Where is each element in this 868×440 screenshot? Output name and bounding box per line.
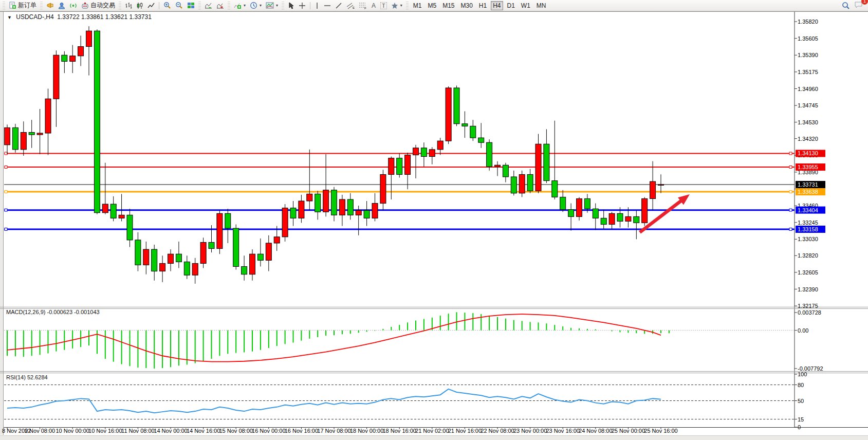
line-handle[interactable] <box>5 209 7 211</box>
line-chart-button[interactable] <box>145 1 157 10</box>
candle <box>577 198 582 216</box>
cursor-icon <box>288 2 294 9</box>
fibonacci-tool-button[interactable]: F <box>357 1 369 10</box>
gold-megaphone-icon <box>46 2 54 9</box>
level-price-label: 1.33158 <box>798 226 818 232</box>
indicators-button[interactable]: ▾ <box>232 1 248 10</box>
ohlc-bars-icon <box>125 2 132 9</box>
candle <box>78 47 84 56</box>
candlestick-chart-button[interactable] <box>134 1 145 10</box>
candle <box>560 197 566 209</box>
new-order-button[interactable]: 新订单 <box>7 1 39 10</box>
candle <box>70 56 76 62</box>
line-handle[interactable] <box>789 191 792 193</box>
rsi-indicator-label: RSI(14) 52.6284 <box>6 374 48 380</box>
level-price-label: 1.33731 <box>798 181 818 188</box>
autotrading-button[interactable]: 自动交易 <box>79 1 117 10</box>
crosshair-tool-button[interactable] <box>297 1 308 10</box>
candle <box>110 204 116 218</box>
timeframe-d1[interactable]: D1 <box>505 1 517 10</box>
channel-tool-button[interactable]: E <box>344 1 357 10</box>
arrows-tool-button[interactable]: ▾ <box>389 1 404 10</box>
time-axis-label: 23 Nov 16:00 <box>546 428 579 434</box>
candle <box>94 31 100 213</box>
line-handle[interactable] <box>5 152 7 155</box>
rsi-line <box>7 389 661 413</box>
publish-button[interactable] <box>44 1 56 10</box>
community-button[interactable] <box>56 1 67 10</box>
time-axis-label: 21 Nov 16:00 <box>448 428 482 434</box>
candle <box>364 210 370 218</box>
candle <box>257 254 263 260</box>
candle <box>397 158 402 175</box>
candle <box>642 198 648 223</box>
auto-scroll-button[interactable] <box>202 1 214 10</box>
autotrading-robot-icon <box>81 2 89 9</box>
timeframe-w1[interactable]: W1 <box>519 1 532 10</box>
crosshair-icon <box>299 2 306 9</box>
templates-button[interactable]: ▾ <box>264 1 280 10</box>
label-tool-button[interactable]: T <box>378 1 389 10</box>
time-axis-label: 10 Nov 00:00 <box>56 428 89 434</box>
candle <box>282 208 288 237</box>
macd-indicator-label: MACD(12,26,9) -0.000623 -0.001043 <box>6 309 100 315</box>
line-handle[interactable] <box>789 166 792 169</box>
candle <box>413 148 419 155</box>
timeframe-h1[interactable]: H1 <box>477 1 489 10</box>
trendline-tool-button[interactable] <box>333 1 344 10</box>
new-order-icon <box>9 2 16 9</box>
candle <box>544 144 549 180</box>
cursor-tool-button[interactable] <box>286 1 297 10</box>
text-tool-label: A <box>372 2 376 9</box>
chart-shift-button[interactable] <box>214 1 226 10</box>
timeframe-m1[interactable]: M1 <box>411 1 424 10</box>
candle <box>478 138 484 142</box>
signal-icon <box>69 2 77 9</box>
level-price-label: 1.33404 <box>798 207 818 213</box>
timeframe-h4[interactable]: H4 <box>491 1 503 10</box>
time-axis-label: 25 Nov 00:00 <box>612 428 645 434</box>
candle <box>389 158 394 175</box>
zoom-out-button[interactable] <box>173 1 185 10</box>
time-axis-label: 18 Nov 16:00 <box>382 428 416 434</box>
person-icon <box>58 2 65 9</box>
timeframe-m30[interactable]: M30 <box>458 1 474 10</box>
periods-button[interactable]: ▾ <box>248 1 264 10</box>
text-tool-button[interactable]: A <box>369 1 378 10</box>
vline-tool-button[interactable] <box>312 1 322 10</box>
line-handle[interactable] <box>789 228 792 230</box>
candle <box>454 88 459 124</box>
hline-tool-button[interactable] <box>322 1 333 10</box>
tile-windows-button[interactable] <box>185 1 197 10</box>
rsi-axis-label: 50 <box>798 398 804 404</box>
search-button[interactable] <box>840 1 852 10</box>
line-handle[interactable] <box>789 209 792 211</box>
candle <box>584 198 590 209</box>
candle <box>200 242 206 263</box>
dropdown-caret: ▾ <box>276 3 278 8</box>
timeframe-mn[interactable]: MN <box>534 1 548 10</box>
toolbar-grip <box>406 2 409 10</box>
time-axis-label: 11 Nov 08:00 <box>121 428 155 434</box>
line-handle[interactable] <box>789 152 792 155</box>
signals-button[interactable] <box>67 1 79 10</box>
zoom-in-button[interactable] <box>161 1 173 10</box>
rsi-axis-label: 100 <box>798 371 807 377</box>
close-value: 1.33731 <box>129 13 151 21</box>
toolbar-separator <box>159 2 159 9</box>
line-handle[interactable] <box>5 228 7 230</box>
low-value: 1.33621 <box>105 13 127 21</box>
timeframe-m5[interactable]: M5 <box>426 1 438 10</box>
autotrading-label: 自动交易 <box>90 1 115 10</box>
timeframe-m15[interactable]: M15 <box>440 1 456 10</box>
chart-shift-icon <box>216 2 224 9</box>
macd-axis-label: 0.003728 <box>798 309 821 316</box>
line-handle[interactable] <box>5 191 7 193</box>
candle <box>650 181 656 198</box>
price-axis-label: 1.34530 <box>798 119 818 125</box>
chart-canvas[interactable]: 1.358201.356051.353901.351751.349601.347… <box>0 0 868 440</box>
time-axis-label: 14 Nov 00:00 <box>154 428 187 434</box>
line-handle[interactable] <box>5 166 7 169</box>
bar-chart-button[interactable] <box>123 1 134 10</box>
candle <box>593 209 598 218</box>
